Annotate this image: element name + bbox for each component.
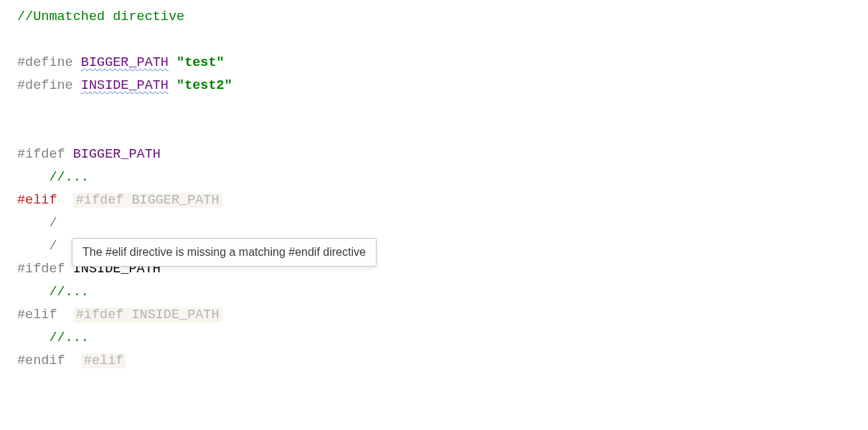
preproc-keyword-error[interactable]: #elif xyxy=(17,193,57,208)
inlay-hint[interactable]: #elif xyxy=(81,353,127,368)
obscured-text: / xyxy=(49,239,57,254)
comment-text: //Unmatched directive xyxy=(17,9,184,24)
code-line-ifdef-1[interactable]: #ifdef BIGGER_PATH xyxy=(17,143,868,166)
code-line-endif[interactable]: #endif #elif xyxy=(17,350,868,373)
code-line-comment-dots[interactable]: //... xyxy=(17,281,868,304)
code-line-define-1[interactable]: #define BIGGER_PATH "test" xyxy=(17,52,868,75)
comment-text: //... xyxy=(49,330,89,345)
inlay-hint[interactable]: #ifdef BIGGER_PATH xyxy=(73,193,222,208)
code-line-elif-error[interactable]: #elif #ifdef BIGGER_PATH xyxy=(17,189,868,212)
code-line-comment[interactable]: //Unmatched directive xyxy=(17,6,868,29)
code-line-blank[interactable] xyxy=(17,29,868,52)
macro-name[interactable]: BIGGER_PATH xyxy=(81,55,169,70)
code-line-obscured-1[interactable]: / xyxy=(17,212,868,235)
preproc-keyword: #ifdef xyxy=(17,262,73,277)
comment-text: //... xyxy=(49,285,89,300)
code-line-blank[interactable] xyxy=(17,97,868,120)
string-literal: "test2" xyxy=(176,78,232,93)
tooltip-text: The #elif directive is missing a matchin… xyxy=(82,246,366,258)
preproc-keyword: #elif xyxy=(17,307,57,322)
separator xyxy=(169,78,176,93)
preproc-keyword: #endif xyxy=(17,353,65,368)
obscured-text: / xyxy=(49,216,57,231)
inlay-hint[interactable]: #ifdef INSIDE_PATH xyxy=(73,307,222,322)
separator xyxy=(169,55,176,70)
macro-ref: BIGGER_PATH xyxy=(73,147,161,162)
code-line-blank[interactable] xyxy=(17,120,868,143)
comment-text: //... xyxy=(49,170,89,185)
code-line-comment-dots[interactable]: //... xyxy=(17,166,868,189)
string-literal: "test" xyxy=(176,55,225,70)
code-line-define-2[interactable]: #define INSIDE_PATH "test2" xyxy=(17,75,868,97)
preproc-keyword: #define xyxy=(17,55,81,70)
preproc-keyword: #ifdef xyxy=(17,147,73,162)
code-line-comment-dots[interactable]: //... xyxy=(17,327,868,350)
code-line-elif-2[interactable]: #elif #ifdef INSIDE_PATH xyxy=(17,304,868,327)
error-tooltip: The #elif directive is missing a matchin… xyxy=(72,238,377,267)
macro-name[interactable]: INSIDE_PATH xyxy=(81,78,169,93)
preproc-keyword: #define xyxy=(17,78,81,93)
